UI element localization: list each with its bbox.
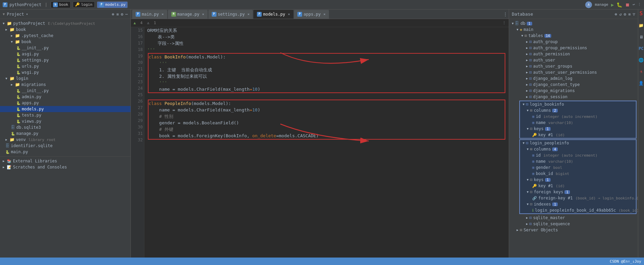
run-button[interactable]: ▶ [611,2,614,7]
db-lpi-col-bookid[interactable]: ⊞ book_id bigint [520,171,636,177]
lpi-arrow: ▼ [523,141,524,145]
db-lpi-col-name[interactable]: ⊞ name varchar(10) [520,158,636,164]
sidebar-item-identifier[interactable]: 🗄 identifier.sqlite [0,143,130,149]
tab-main[interactable]: P main.py ✕ [132,10,167,19]
more-sidebar-icon[interactable]: ⋯ [125,12,128,17]
right-user-icon[interactable]: 👤 [639,81,644,86]
tab-settings[interactable]: P settings.py ✕ [208,10,253,19]
db-settings-icon[interactable]: ⚙ [624,12,626,17]
db-root[interactable]: ▼ 🗄 db 1 [509,20,638,26]
root-arrow: ▼ [3,22,5,25]
new-folder-icon[interactable]: ⊕ [112,12,114,17]
code-kw-19: class [149,54,164,60]
db-django-admin[interactable]: ▶ ⊡ django_admin_log [509,75,638,82]
right-monitor-icon[interactable]: 🖥 [639,35,643,39]
collapse-all-icon[interactable]: ≡ [116,12,119,17]
db-lbi-columns[interactable]: ▼ ⊞ columns 2 [520,107,636,113]
sidebar-item-login-init[interactable]: 🐍 __init__.py [0,88,130,94]
db-lpi-fk1[interactable]: 🔗 foreign-key #1 (book_id) → login_booki… [520,195,636,201]
stop-button[interactable]: ⏹ [625,2,630,7]
sidebar-item-settings[interactable]: 🐍 settings.py [0,57,130,63]
tab-settings-close[interactable]: ✕ [247,12,249,16]
sidebar-item-admin[interactable]: 🐍 admin.py [0,94,130,100]
debug-button[interactable]: 🐛 [616,2,622,7]
db-refresh-icon[interactable]: ↺ [619,12,622,17]
db-auth-group-perms[interactable]: ▶ ⊡ auth_group_permissions [509,45,638,51]
db-lpi-keys[interactable]: ▼ ⊡ keys 1 [520,177,636,183]
db-auth-user-groups[interactable]: ▶ ⊡ auth_user_groups [509,63,638,69]
sidebar-item-manage[interactable]: 🐍 manage.py [0,130,130,137]
db-django-content[interactable]: ▶ ⊡ django_content_type [509,82,638,88]
sidebar-item-scratches[interactable]: ▶ 📝 Scratches and Consoles [0,164,130,170]
db-login-peopleinfo[interactable]: ▼ ⊡ login_peopleinfo [520,140,636,146]
sidebar-item-book-sub[interactable]: ▼ 📁 book [0,39,130,45]
sidebar-item-sqlite[interactable]: 🗄 db.sqlite3 [0,124,130,130]
db-tables[interactable]: ▼ ⊞ tables 14 [509,33,638,39]
sidebar-item-login[interactable]: ▼ 📁 login [0,75,130,82]
db-add-icon[interactable]: ⊕ [615,12,617,17]
db-lbi-keys[interactable]: ▼ ⊡ keys 1 [520,126,636,132]
code-content[interactable]: ORM对应的关系 表-->类 字段-->属性 ''' [144,27,509,262]
sidebar-item-models[interactable]: 🐍 models.py [0,106,130,112]
sidebar-item-migrations[interactable]: ▶ 📁 migrations [0,82,130,88]
tab-manage[interactable]: M manage.py ✕ [168,10,208,19]
more-button[interactable]: ⋮ [638,2,641,7]
db-lpi-fkeys[interactable]: ▼ ⊡ foreign keys 1 [520,189,636,195]
tab-more-button[interactable]: ⋮ [503,12,507,17]
tab-manage-close[interactable]: ✕ [202,12,204,16]
db-server-objects[interactable]: ▶ ⊞ Server Objects [509,227,638,233]
sidebar-item-tests[interactable]: 🐍 tests.py [0,112,130,118]
tests-label: tests.py [22,113,41,118]
tab-models-close[interactable]: ✕ [288,12,290,16]
db-lbi-col-id[interactable]: ⊞ id integer (auto increment) [520,113,636,120]
right-folder-icon[interactable]: 📁 [639,23,644,28]
db-main-schema[interactable]: ▼ ◈ main [509,26,638,33]
code-text-18: ''' [147,47,155,53]
db-auth-permission[interactable]: ▶ ⊡ auth_permission [509,51,638,57]
db-lpi-columns[interactable]: ▼ ⊞ columns 4 [520,146,636,152]
sidebar-item-apps[interactable]: 🐍 apps.py [0,100,130,106]
code-eq-31: =models.CASCADE) [276,132,319,139]
project-dropdown-icon[interactable]: ▾ [26,12,28,16]
db-lpi-col-id[interactable]: ⊞ id integer (auto increment) [520,152,636,158]
rerun-button[interactable]: ↩ [632,2,635,7]
db-sqlite-sequence[interactable]: ▶ ⊡ sqlite_sequence [509,221,638,227]
sidebar-item-main[interactable]: 🐍 main.py [0,149,130,155]
db-lbi-key1[interactable]: 🔑 key #1 (id) [520,132,636,138]
db-sqlite-master[interactable]: ▶ ⊡ sqlite_master [509,215,638,221]
right-globe-icon[interactable]: 🌐 [639,58,644,63]
right-pc-icon[interactable]: PC [639,46,643,51]
sidebar-item-root[interactable]: ▼ 📁 pythonProject E:\Code\pythonProject [0,20,130,26]
sidebar-item-pytest[interactable]: ▶ 📁 .pytest_cache [0,33,130,39]
title-tab-book[interactable]: b book [51,1,71,8]
right-flask-icon[interactable]: ⚗ [640,69,642,74]
db-auth-user[interactable]: ▶ ⊡ auth_user [509,57,638,63]
sidebar-item-wsgi[interactable]: 🐍 wsgi.py [0,69,130,75]
tab-main-close[interactable]: ✕ [162,12,164,16]
sidebar-item-venv[interactable]: ▶ 📁 venv library root [0,137,130,143]
sidebar-item-book[interactable]: ▶ 📁 book [0,26,130,33]
sidebar-item-init-py[interactable]: 🐍 __init__.py [0,45,130,51]
settings-icon[interactable]: ⚙ [121,12,123,17]
tab-apps[interactable]: P apps.py ✕ [294,10,329,19]
sidebar-item-ext-libs[interactable]: ▶ 📚 External Libraries [0,158,130,164]
tab-apps-close[interactable]: ✕ [324,12,326,16]
sidebar-item-views[interactable]: 🐍 views.py [0,118,130,124]
title-tab-models[interactable]: P models.py [97,1,128,8]
sidebar-item-asgi[interactable]: 🐍 asgi.py [0,51,130,57]
db-lbi-col-name[interactable]: ⊞ name varchar(10) [520,120,636,126]
db-lpi-indexes[interactable]: ▼ ⊡ indexes 1 [520,201,636,207]
db-auth-group[interactable]: ▶ ⊡ auth_group [509,39,638,45]
db-django-session[interactable]: ▶ ⊡ django_session [509,94,638,100]
db-collapse-icon[interactable]: ≡ [628,12,631,17]
db-django-migrations[interactable]: ▶ ⊡ django_migrations [509,88,638,94]
db-lpi-idx1[interactable]: ℹ login_peopleinfo_book_id_49abb65c (boo… [520,207,636,213]
tab-models[interactable]: P models.py ✕ [254,10,293,19]
db-lpi-col-gender[interactable]: ⊞ gender bool [520,164,636,171]
db-filter-icon[interactable]: ▽ [633,12,635,17]
db-lpi-key1[interactable]: 🔑 key #1 (id) [520,183,636,189]
db-login-bookinfo[interactable]: ▼ ⊡ login_bookinfo [520,101,636,107]
sidebar-item-urls[interactable]: 🐍 urls.py [0,63,130,69]
title-tab-login[interactable]: 🔑 login [73,1,95,8]
db-auth-user-perms[interactable]: ▶ ⊡ auth_user_user_permissions [509,69,638,75]
